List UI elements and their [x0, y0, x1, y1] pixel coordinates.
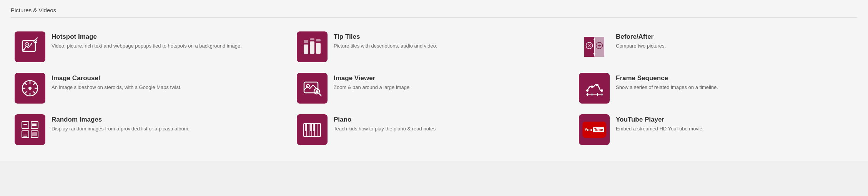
image-carousel-text: Image CarouselAn image slideshow on ster… [52, 73, 181, 91]
svg-line-35 [25, 92, 27, 94]
random-images-name: Random Images [52, 116, 190, 124]
hotspot-image-description: Video, picture, rich text and webpage po… [52, 43, 242, 49]
hotspot-image-name: Hotspot Image [52, 33, 242, 41]
svg-point-10 [35, 41, 36, 42]
frame-sequence-text: Frame SequenceShow a series of related i… [616, 73, 718, 91]
item-youtube-player[interactable]: YouTubeYouTube PlayerEmbed a streamed HD… [575, 109, 857, 150]
random-images-description: Display random images from a provided li… [52, 125, 190, 132]
image-carousel-name: Image Carousel [52, 74, 181, 82]
item-tip-tiles[interactable]: Tip TilesPicture tiles with descriptions… [293, 26, 575, 68]
svg-line-39 [319, 94, 321, 96]
svg-rect-16 [316, 39, 321, 41]
svg-rect-53 [22, 131, 29, 138]
items-grid: Hotspot ImageVideo, picture, rich text a… [11, 26, 857, 150]
svg-point-7 [31, 43, 32, 44]
svg-point-6 [23, 49, 25, 51]
frame-sequence-description: Show a series of related images on a tim… [616, 84, 718, 91]
piano-description: Teach kids how to play the piano & read … [334, 125, 436, 132]
image-carousel-icon [15, 73, 45, 104]
svg-rect-51 [22, 122, 29, 128]
svg-line-33 [33, 92, 36, 94]
item-image-carousel[interactable]: Image CarouselAn image slideshow on ster… [11, 68, 293, 109]
item-hotspot-image[interactable]: Hotspot ImageVideo, picture, rich text a… [11, 26, 293, 68]
tip-tiles-name: Tip Tiles [334, 33, 437, 41]
pictures-videos-section: Pictures & Videos Hotspot ImageVideo, pi… [0, 0, 868, 161]
svg-rect-11 [304, 44, 308, 54]
random-images-icon [15, 114, 45, 145]
svg-rect-57 [32, 132, 37, 136]
section-title: Pictures & Videos [11, 7, 857, 18]
before-after-description: Compare two pictures. [616, 43, 666, 49]
svg-point-44 [596, 84, 599, 86]
image-carousel-description: An image slideshow on steroids, with a G… [52, 84, 181, 91]
before-after-icon [579, 31, 610, 62]
svg-rect-68 [305, 124, 307, 131]
svg-point-43 [591, 86, 593, 88]
svg-rect-18 [594, 37, 604, 57]
svg-rect-70 [313, 124, 315, 131]
svg-rect-17 [584, 37, 594, 57]
random-images-text: Random ImagesDisplay random images from … [52, 114, 190, 132]
piano-name: Piano [334, 116, 436, 124]
item-before-after[interactable]: Before/AfterCompare two pictures. [575, 26, 857, 68]
svg-point-45 [601, 89, 603, 92]
tip-tiles-description: Picture tiles with descriptions, audio a… [334, 43, 437, 49]
youtube-player-icon: YouTube [579, 114, 610, 145]
image-viewer-icon [297, 73, 328, 104]
tip-tiles-icon [297, 31, 328, 62]
svg-point-2 [27, 44, 28, 45]
svg-rect-69 [310, 124, 312, 131]
before-after-text: Before/AfterCompare two pictures. [616, 31, 666, 49]
hotspot-image-icon [15, 31, 45, 62]
frame-sequence-icon [579, 73, 610, 104]
image-viewer-text: Image ViewerZoom & pan around a large im… [334, 73, 409, 91]
item-frame-sequence[interactable]: Frame SequenceShow a series of related i… [575, 68, 857, 109]
svg-point-27 [28, 87, 32, 90]
svg-rect-12 [310, 41, 314, 54]
svg-line-32 [25, 83, 27, 85]
svg-rect-13 [316, 43, 321, 54]
svg-rect-14 [304, 40, 308, 43]
svg-line-4 [26, 46, 28, 48]
image-viewer-name: Image Viewer [334, 74, 409, 82]
frame-sequence-name: Frame Sequence [616, 74, 718, 82]
image-viewer-description: Zoom & pan around a large image [334, 84, 409, 91]
youtube-player-text: YouTube PlayerEmbed a streamed HD YouTub… [616, 114, 704, 132]
piano-icon [297, 114, 328, 145]
svg-point-42 [586, 89, 589, 92]
item-piano[interactable]: PianoTeach kids how to play the piano & … [293, 109, 575, 150]
item-random-images[interactable]: Random ImagesDisplay random images from … [11, 109, 293, 150]
youtube-player-name: YouTube Player [616, 116, 704, 124]
svg-line-34 [33, 83, 36, 85]
piano-text: PianoTeach kids how to play the piano & … [334, 114, 436, 132]
youtube-player-description: Embed a streamed HD YouTube movie. [616, 125, 704, 132]
before-after-name: Before/After [616, 33, 666, 41]
item-image-viewer[interactable]: Image ViewerZoom & pan around a large im… [293, 68, 575, 109]
hotspot-image-text: Hotspot ImageVideo, picture, rich text a… [52, 31, 242, 49]
svg-rect-15 [310, 38, 314, 40]
tip-tiles-text: Tip TilesPicture tiles with descriptions… [334, 31, 437, 49]
